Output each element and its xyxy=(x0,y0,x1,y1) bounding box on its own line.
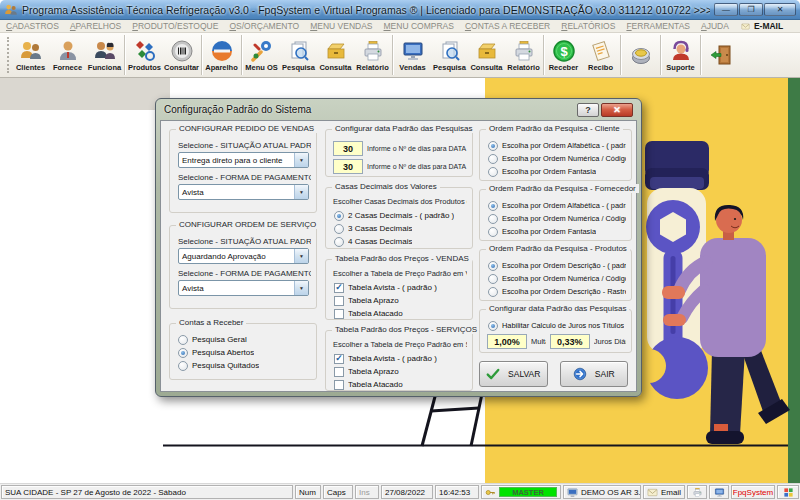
toolbar-menu-os[interactable]: Menu OS xyxy=(243,33,280,77)
juros-diario-input[interactable]: 0,33% xyxy=(550,334,590,349)
check-tabela-avista-servicos[interactable]: ✓Tabela Avista - ( padrão ) xyxy=(334,352,467,365)
dialog-body: CONFIGURAR PEDIDO DE VENDAS Selecione - … xyxy=(160,120,637,392)
menu-email[interactable]: E-MAIL xyxy=(740,21,783,31)
toolbar-separator xyxy=(660,35,661,75)
radio-habilitar-juros[interactable]: Habilitar Calculo de Juros nos Títulos xyxy=(488,319,626,332)
radio-cliente-alfabetica[interactable]: Escolha por Ordem Alfabética - ( padrão … xyxy=(488,139,626,152)
toolbar-separator xyxy=(201,35,202,75)
ordem-pagamento-combo[interactable]: Avista ▼ xyxy=(178,280,309,296)
status-num-lock: Num xyxy=(295,485,321,499)
statusbar: SUA CIDADE - SP 27 de Agosto de 2022 - S… xyxy=(0,483,800,500)
status-product: DEMO OS AR 3.0 xyxy=(563,485,641,499)
radio-icon xyxy=(178,361,188,371)
check-tabela-aprazo-vendas[interactable]: Tabela Aprazo xyxy=(334,294,467,307)
toolbar-sair[interactable] xyxy=(702,33,739,77)
dias-data-inicial-input[interactable]: 30 xyxy=(333,141,363,156)
radio-fornecedor-numerica[interactable]: Escolha por Ordem Numérica / Código xyxy=(488,212,626,225)
check-tabela-atacado-servicos[interactable]: Tabela Atacado xyxy=(334,378,467,391)
window-titlebar[interactable]: Programa Assistência Técnica Refrigeraçã… xyxy=(0,0,800,20)
dialog-close-button[interactable]: ✕ xyxy=(601,103,633,117)
radio-produtos-rastrear[interactable]: Escolha por Ordem Descrição - Rastrear P… xyxy=(488,285,626,298)
toolbar-relatorio-vendas[interactable]: Relatório xyxy=(505,33,542,77)
radio-3-casas[interactable]: 3 Casas Decimais xyxy=(334,222,467,235)
checkbox-icon xyxy=(334,296,344,306)
menu-os-orcamento[interactable]: OS/ORÇAMENTO xyxy=(229,21,299,31)
toolbar-separator xyxy=(241,35,242,75)
toolbar-suporte[interactable]: Suporte xyxy=(662,33,699,77)
radio-cliente-numerica[interactable]: Escolha por Ordem Numérica / Código xyxy=(488,152,626,165)
menu-contas-receber[interactable]: CONTAS A RECEBER xyxy=(465,21,550,31)
menu-cadastros[interactable]: CADASTROS xyxy=(6,21,59,31)
toolbar-pesquisa-vendas[interactable]: Pesquisa xyxy=(431,33,468,77)
radio-icon xyxy=(488,287,498,297)
minimize-button[interactable]: — xyxy=(714,3,738,16)
menu-compras[interactable]: MENU COMPRAS xyxy=(384,21,454,31)
toolbar-clientes[interactable]: Clientes xyxy=(12,33,49,77)
radio-pesquisa-abertos[interactable]: Pesquisa Abertos xyxy=(178,346,311,359)
menu-relatorios[interactable]: RELATÓRIOS xyxy=(561,21,615,31)
multa-input[interactable]: 1,00% xyxy=(487,334,527,349)
toolbar-relatorio-os[interactable]: Relatório xyxy=(354,33,391,77)
radio-icon xyxy=(334,224,344,234)
close-button[interactable]: ✕ xyxy=(764,3,796,16)
radio-icon xyxy=(488,227,498,237)
ordem-situacao-combo[interactable]: Aguardando Aprovação ▼ xyxy=(178,248,309,264)
radio-4-casas[interactable]: 4 Casas Decimais xyxy=(334,235,467,248)
employees-icon xyxy=(93,39,117,63)
monitor-icon xyxy=(401,39,425,63)
radio-icon xyxy=(488,201,498,211)
field-label: Selecione - SITUAÇÃO ATUAL PADRÃO xyxy=(178,141,311,150)
dialog-help-button[interactable]: ? xyxy=(577,103,599,117)
check-tabela-atacado-vendas[interactable]: Tabela Atacado xyxy=(334,307,467,320)
radio-icon xyxy=(488,274,498,284)
status-email[interactable]: Email xyxy=(643,485,685,499)
radio-cliente-fantasia[interactable]: Escolha por Ordem Fantasia xyxy=(488,165,626,178)
menu-aparelhos[interactable]: APARELHOS xyxy=(70,21,121,31)
maximize-button[interactable]: ❐ xyxy=(739,3,763,16)
toolbar-consultar[interactable]: Consultar xyxy=(163,33,200,77)
chevron-down-icon: ▼ xyxy=(294,249,308,263)
radio-pesquisa-geral[interactable]: Pesquisa Geral xyxy=(178,333,311,346)
menu-ajuda[interactable]: AJUDA xyxy=(701,21,729,31)
check-tabela-aprazo-servicos[interactable]: Tabela Aprazo xyxy=(334,365,467,378)
toolbar-vendas[interactable]: Vendas xyxy=(394,33,431,77)
dias-data-final-input[interactable]: 30 xyxy=(333,159,363,174)
menu-produto-estoque[interactable]: PRODUTO/ESTOQUE xyxy=(132,21,218,31)
menu-ferramentas[interactable]: FERRAMENTAS xyxy=(626,21,690,31)
dialog-middle-column: Configurar data Padrão das Pesquisas 30 … xyxy=(325,121,473,391)
pedido-pagamento-combo[interactable]: Avista ▼ xyxy=(178,184,309,200)
background-panel xyxy=(0,78,170,110)
radio-icon xyxy=(334,237,344,247)
radio-2-casas[interactable]: 2 Casas Decimais - ( padrão ) xyxy=(334,209,467,222)
toolbar-consulta-os[interactable]: Consulta xyxy=(317,33,354,77)
dialog-title: Configuração Padrão do Sistema xyxy=(164,104,311,115)
toolbar-funcionarios[interactable]: Funciona xyxy=(86,33,123,77)
pedido-situacao-combo[interactable]: Entrega direto para o cliente ▼ xyxy=(178,152,309,168)
status-user: MASTER xyxy=(481,485,561,499)
toolbar-produtos[interactable]: Produtos xyxy=(126,33,163,77)
radio-fornecedor-fantasia[interactable]: Escolha por Ordem Fantasia xyxy=(488,225,626,238)
toolbar-fornecedor[interactable]: Fornece xyxy=(49,33,86,77)
field-label: Selecione - SITUAÇÃO ATUAL PADRÃO xyxy=(178,237,311,246)
toolbar-recibo[interactable]: Recibo xyxy=(582,33,619,77)
toolbar-pesquisa-os[interactable]: Pesquisa xyxy=(280,33,317,77)
group-title: Tabela Padrão dos Preços - SERVIÇOS xyxy=(332,325,480,334)
sair-button[interactable]: SAIR xyxy=(560,361,629,387)
radio-produtos-numerica[interactable]: Escolha por Ordem Numérica / Código xyxy=(488,272,626,285)
receipt-icon xyxy=(589,39,613,63)
check-tabela-avista-vendas[interactable]: ✓Tabela Avista - ( padrão ) xyxy=(334,281,467,294)
radio-produtos-descricao[interactable]: Escolha por Ordem Descrição - ( padrão ) xyxy=(488,259,626,272)
toolbar-receber[interactable]: Receber xyxy=(545,33,582,77)
salvar-button[interactable]: SALVAR xyxy=(479,361,548,387)
toolbar-consulta-vendas[interactable]: Consulta xyxy=(468,33,505,77)
toolbar-aparelho[interactable]: Aparelho xyxy=(203,33,240,77)
group-title: Contas a Receber xyxy=(176,318,246,327)
arrow-circle-icon xyxy=(573,367,587,381)
radio-fornecedor-alfabetica[interactable]: Escolha por Ordem Alfabética - ( padrão … xyxy=(488,199,626,212)
menu-vendas[interactable]: MENU VENDAS xyxy=(310,21,372,31)
toolbar-moeda[interactable] xyxy=(622,33,659,77)
group-title: Ordem Padrão da Pesquisa - Cliente xyxy=(486,124,623,133)
radio-pesquisa-quitados[interactable]: Pesquisa Quitados xyxy=(178,359,311,372)
dialog-titlebar[interactable]: Configuração Padrão do Sistema ? ✕ xyxy=(156,99,641,120)
toolbar: Clientes Fornece Funciona Produtos Consu… xyxy=(0,33,800,78)
